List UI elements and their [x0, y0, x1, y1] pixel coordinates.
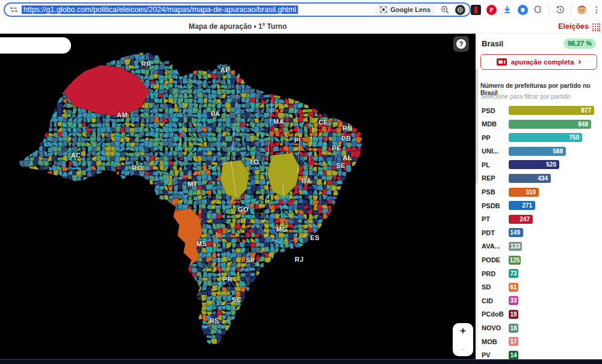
party-bar[interactable]: 520 [509, 160, 559, 169]
party-row[interactable]: PRD73 [482, 269, 597, 278]
party-row[interactable]: PSB310 [482, 188, 597, 197]
zoom-in-button[interactable]: + [460, 325, 466, 336]
party-bar[interactable]: 149 [509, 228, 523, 237]
party-bar[interactable]: 61 [509, 283, 518, 292]
party-name: REP [482, 174, 509, 182]
party-row[interactable]: PCdoB19 [482, 310, 597, 319]
party-bar[interactable]: 271 [509, 201, 535, 210]
party-row[interactable]: AVA...133 [482, 242, 597, 251]
party-name: PCdoB [482, 310, 509, 318]
extension-circle-blue-icon[interactable] [518, 5, 528, 15]
party-bar[interactable]: 33 [509, 296, 518, 305]
zoom-out-button[interactable]: − [461, 345, 466, 354]
state-label-MG: MG [276, 226, 288, 233]
party-row[interactable]: PDT149 [482, 228, 597, 237]
party-name: MDB [482, 120, 509, 128]
party-bar[interactable]: 310 [509, 188, 539, 197]
party-row[interactable]: PL520 [482, 160, 597, 169]
party-row[interactable]: PODE125 [482, 256, 597, 265]
party-bar[interactable]: 73 [509, 269, 518, 278]
brazil-choropleth-map[interactable]: RRAPAMPAMACERNPBPEALSEPIACROMTTOBAGOMGES… [0, 34, 476, 359]
election-map-area: RRAPAMPAMACERNPBPEALSEPIACROMTTOBAGOMGES… [0, 34, 476, 359]
page-header: Mapa de apuração • 1º Turno Eleições [0, 19, 602, 34]
party-bar[interactable]: 877 [509, 106, 594, 115]
party-bar-list: PSD877MDB848PP750UNI...588PL520REP434PSB… [482, 106, 597, 360]
region-label: Brasil [482, 39, 503, 48]
state-label-TO: TO [249, 158, 259, 165]
party-bar[interactable]: 588 [509, 147, 566, 156]
party-bar[interactable]: 133 [509, 242, 522, 251]
party-value: 750 [569, 134, 579, 141]
extensions-puzzle-icon[interactable] [533, 5, 544, 15]
party-bar[interactable]: 247 [509, 215, 533, 224]
party-row[interactable]: MOB17 [482, 337, 597, 346]
party-value: 247 [520, 216, 530, 223]
map-zoom-control: + − [453, 323, 473, 356]
party-value: 434 [538, 175, 548, 182]
status-bar [0, 359, 602, 364]
apuracao-completa-button[interactable]: apuração completa › [480, 54, 597, 70]
extension-circle-dark-icon[interactable] [455, 5, 465, 15]
party-bar[interactable]: 18 [509, 324, 518, 333]
party-value: 17 [510, 338, 517, 345]
extension-square-dark-icon[interactable] [471, 5, 481, 15]
state-label-BA: BA [302, 177, 312, 184]
help-button[interactable]: ? [453, 36, 469, 52]
party-row[interactable]: SD61 [482, 283, 597, 292]
party-row[interactable]: REP434 [482, 174, 597, 183]
state-label-RS: RS [209, 317, 219, 324]
party-row[interactable]: NOVO18 [482, 324, 597, 333]
party-row[interactable]: PV14 [482, 351, 597, 360]
party-value: 149 [510, 229, 520, 236]
party-name: MOB [482, 338, 509, 345]
party-row[interactable]: UNI...588 [482, 147, 597, 156]
party-value: 61 [510, 284, 517, 291]
browser-toolbar: https://g1.globo.com/politica/eleicoes/2… [0, 0, 602, 19]
party-row[interactable]: PT247 [482, 215, 597, 224]
zoom-in-page-icon[interactable] [439, 5, 450, 14]
pinterest-icon[interactable]: P [486, 5, 497, 15]
results-sidebar: Brasil 98,27 % apuração completa › Númer… [476, 34, 602, 359]
google-lens-button[interactable]: Google Lens [374, 4, 436, 16]
downloads-icon[interactable] [502, 5, 512, 15]
party-row[interactable]: PSD877 [482, 106, 597, 115]
party-name: PSB [482, 188, 509, 196]
apps-grid-icon[interactable] [592, 23, 600, 31]
menu-kebab-icon[interactable]: ⋮ [592, 5, 601, 14]
party-value: 588 [553, 148, 563, 155]
party-bar[interactable]: 19 [509, 310, 518, 319]
url-text[interactable]: https://g1.globo.com/politica/eleicoes/2… [22, 5, 371, 14]
state-label-AC: AC [71, 152, 81, 159]
party-bar[interactable]: 848 [509, 120, 591, 129]
history-icon[interactable] [555, 5, 565, 15]
party-row[interactable]: CID33 [482, 296, 597, 305]
state-label-GO: GO [238, 206, 249, 213]
eleicoes-link[interactable]: Eleições [558, 22, 589, 31]
state-label-AP: AP [220, 66, 230, 73]
apuracao-completa-label: apuração completa [511, 58, 574, 66]
state-label-CE: CE [318, 119, 328, 126]
profile-avatar[interactable] [577, 5, 587, 15]
party-name: PSD [482, 107, 509, 114]
party-bar[interactable]: 14 [509, 351, 518, 360]
party-bar[interactable]: 17 [509, 337, 518, 346]
chart-subtitle: Selecione para filtrar por partido [480, 93, 570, 100]
party-row[interactable]: MDB848 [482, 120, 597, 129]
url-bar[interactable]: https://g1.globo.com/politica/eleicoes/2… [4, 2, 471, 17]
party-bar[interactable]: 434 [509, 174, 551, 183]
chevron-right-icon: › [579, 57, 582, 66]
party-value: 877 [581, 107, 591, 114]
party-bar[interactable]: 750 [509, 133, 582, 142]
party-row[interactable]: PSDB271 [482, 201, 597, 210]
toolbar-divider [549, 5, 550, 14]
party-row[interactable]: PP750 [482, 133, 597, 142]
state-label-ES: ES [310, 234, 319, 241]
state-label-AM: AM [117, 111, 128, 119]
state-label-AL: AL [343, 154, 352, 161]
party-bar[interactable]: 125 [509, 256, 521, 265]
map-search-input[interactable] [0, 37, 71, 54]
party-name: PSDB [482, 202, 509, 209]
scrollbar-thumb[interactable] [476, 69, 478, 184]
sidebar-scrollbar[interactable] [476, 36, 478, 357]
site-info-icon[interactable] [10, 5, 18, 14]
